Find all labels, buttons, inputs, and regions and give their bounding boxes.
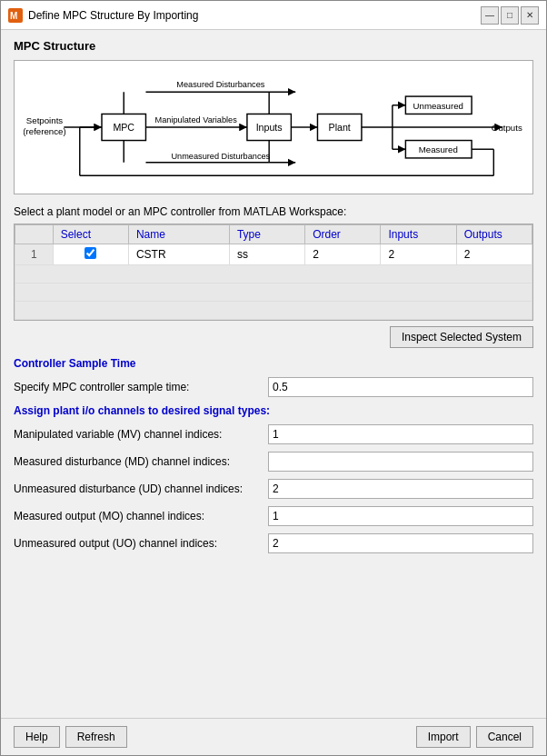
col-header-type: Type (229, 225, 304, 244)
controller-sample-time-title: Controller Sample Time (14, 357, 533, 370)
svg-text:Setpoints: Setpoints (26, 115, 64, 125)
workspace-table: Select Name Type Order Inputs Outputs 1 (15, 224, 532, 320)
svg-text:(reference): (reference) (24, 126, 66, 136)
svg-text:MPC: MPC (113, 122, 134, 133)
select-label: Select a plant model or an MPC controlle… (14, 205, 533, 218)
svg-text:M: M (10, 11, 17, 21)
row-type: ss (229, 244, 304, 265)
inspect-selected-button[interactable]: Inspect Selected System (390, 326, 533, 348)
mv-input[interactable] (268, 424, 533, 444)
cancel-button[interactable]: Cancel (476, 726, 533, 748)
main-window: M Define MPC Structure By Importing — □ … (0, 0, 547, 756)
row-num: 1 (15, 244, 54, 265)
col-header-select: Select (53, 225, 128, 244)
diagram-svg: MPC Plant Inputs Setpoints (reference) M… (24, 70, 523, 184)
ud-input[interactable] (268, 479, 533, 499)
main-content: MPC Structure MPC Plant Inputs Setpoints… (1, 30, 546, 718)
col-header-inputs: Inputs (381, 225, 456, 244)
svg-text:Inputs: Inputs (256, 122, 283, 133)
md-row: Measured disturbance (MD) channel indice… (14, 452, 533, 472)
refresh-button[interactable]: Refresh (65, 726, 127, 748)
uo-row: Unmeasured output (UO) channel indices: (14, 533, 533, 553)
sample-time-row: Specify MPC controller sample time: (14, 377, 533, 397)
inspect-row: Inspect Selected System (14, 326, 533, 348)
window-title: Define MPC Structure By Importing (28, 9, 198, 22)
select-checkbox[interactable] (85, 247, 96, 259)
col-header-rownum (15, 225, 54, 244)
titlebar-controls: — □ ✕ (481, 6, 539, 25)
ud-row: Unmeasured disturbance (UD) channel indi… (14, 479, 533, 499)
md-label: Measured disturbance (MD) channel indice… (14, 455, 268, 468)
sample-time-label: Specify MPC controller sample time: (14, 381, 268, 393)
row-select[interactable] (53, 244, 128, 265)
bottom-bar: Help Refresh Import Cancel (1, 718, 546, 755)
titlebar: M Define MPC Structure By Importing — □ … (1, 1, 546, 30)
md-input[interactable] (268, 452, 533, 472)
mpc-structure-title: MPC Structure (14, 39, 533, 53)
col-header-name: Name (128, 225, 229, 244)
import-button[interactable]: Import (416, 726, 471, 748)
svg-text:Measured: Measured (419, 144, 458, 154)
mo-input[interactable] (268, 506, 533, 526)
close-button[interactable]: ✕ (521, 6, 539, 25)
svg-text:Unmeasured: Unmeasured (413, 101, 463, 111)
uo-input[interactable] (268, 533, 533, 553)
col-header-order: Order (305, 225, 381, 244)
mo-row: Measured output (MO) channel indices: (14, 506, 533, 526)
svg-text:Plant: Plant (329, 122, 351, 133)
mpc-diagram: MPC Plant Inputs Setpoints (reference) M… (14, 60, 533, 194)
help-button[interactable]: Help (14, 726, 60, 748)
col-header-outputs: Outputs (456, 225, 532, 244)
bottom-left-buttons: Help Refresh (14, 726, 127, 748)
ud-label: Unmeasured disturbance (UD) channel indi… (14, 482, 268, 495)
mv-row: Manipulated variable (MV) channel indice… (14, 424, 533, 444)
workspace-table-container: Select Name Type Order Inputs Outputs 1 (14, 224, 533, 321)
table-row: 1 CSTR ss 2 2 2 (15, 244, 532, 265)
row-inputs: 2 (381, 244, 456, 265)
mv-label: Manipulated variable (MV) channel indice… (14, 428, 268, 441)
maximize-button[interactable]: □ (501, 6, 519, 25)
svg-text:Measured Disturbances: Measured Disturbances (176, 80, 264, 89)
uo-label: Unmeasured output (UO) channel indices: (14, 537, 268, 550)
bottom-right-buttons: Import Cancel (416, 726, 533, 748)
titlebar-left: M Define MPC Structure By Importing (8, 8, 198, 23)
mo-label: Measured output (MO) channel indices: (14, 510, 268, 522)
matlab-icon: M (8, 8, 23, 23)
row-name: CSTR (128, 244, 229, 265)
row-outputs: 2 (456, 244, 532, 265)
svg-text:Unmeasured Disturbances: Unmeasured Disturbances (171, 152, 270, 161)
svg-text:Manipulated Variables: Manipulated Variables (155, 115, 238, 124)
assign-label: Assign plant i/o channels to desired sig… (14, 404, 533, 417)
row-order: 2 (305, 244, 381, 265)
sample-time-input[interactable] (268, 377, 533, 397)
minimize-button[interactable]: — (481, 6, 499, 25)
